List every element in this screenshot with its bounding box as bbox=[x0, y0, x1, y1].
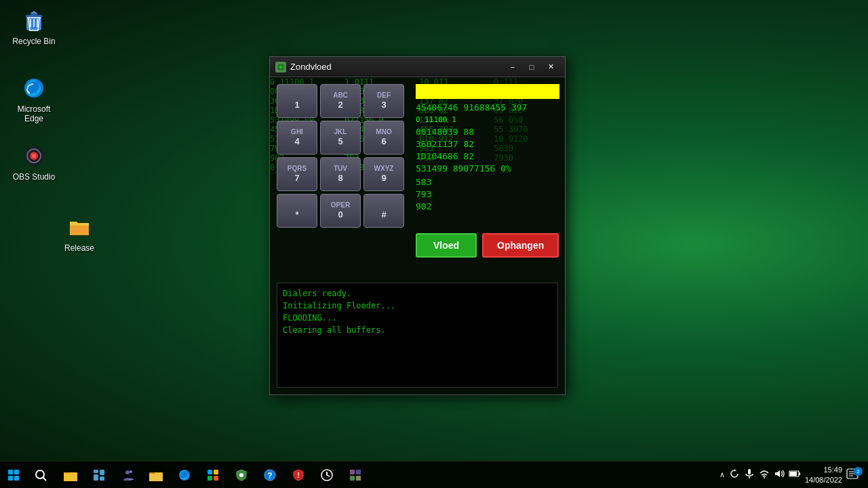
clock-app-button[interactable] bbox=[313, 462, 340, 488]
notification-center[interactable]: 2 bbox=[846, 468, 860, 482]
window-content: 0 11100 100148039360211371D104686531499 … bbox=[270, 77, 565, 394]
search-button[interactable] bbox=[27, 462, 54, 488]
svg-line-19 bbox=[43, 477, 47, 481]
log-line-4: Clearing all buffers. bbox=[283, 324, 552, 336]
action-buttons: Vloed Ophangen bbox=[416, 233, 559, 258]
recycle-bin-icon[interactable]: Recycle Bin bbox=[7, 7, 61, 46]
key-9[interactable]: WXYZ 9 bbox=[363, 157, 404, 191]
svg-rect-31 bbox=[208, 470, 212, 474]
tray-refresh[interactable] bbox=[729, 468, 740, 481]
file-explorer-button[interactable] bbox=[57, 462, 84, 488]
svg-rect-24 bbox=[94, 474, 98, 481]
key-1[interactable]: 1 bbox=[277, 84, 317, 118]
keypad: 1 ABC 2 DEF 3 GHI 4 JKL 5 bbox=[277, 84, 404, 228]
window-icon bbox=[275, 62, 286, 73]
svg-rect-23 bbox=[100, 470, 104, 475]
help-button[interactable]: ? bbox=[256, 462, 283, 488]
number-line-1: 45406746 91688455 397 bbox=[416, 102, 559, 114]
tray-expand[interactable]: ∧ bbox=[719, 470, 725, 479]
taskbar-clock[interactable]: 15:49 14/08/2022 bbox=[805, 465, 842, 485]
key-6[interactable]: MNO 6 bbox=[363, 121, 404, 155]
minimize-button[interactable]: − bbox=[504, 60, 521, 74]
svg-rect-14 bbox=[8, 470, 13, 474]
number-line-5: 1D104686 82 bbox=[416, 150, 559, 163]
svg-rect-34 bbox=[214, 476, 218, 481]
clock-date: 14/08/2022 bbox=[805, 475, 842, 485]
number-line-2: 0 11100 1 bbox=[416, 114, 559, 126]
svg-point-48 bbox=[764, 477, 765, 479]
teams-button[interactable] bbox=[114, 462, 141, 488]
svg-point-26 bbox=[125, 470, 130, 474]
close-button[interactable]: ✕ bbox=[542, 60, 559, 74]
svg-rect-2 bbox=[31, 12, 37, 15]
recycle-bin-label: Recycle Bin bbox=[12, 37, 55, 46]
number-line-8: 793 bbox=[416, 188, 559, 201]
edge-taskbar-button[interactable] bbox=[171, 462, 198, 488]
svg-point-27 bbox=[130, 470, 132, 473]
number-line-4: 36021137 82 bbox=[416, 138, 559, 150]
start-button[interactable] bbox=[0, 462, 27, 488]
key-4[interactable]: GHI 4 bbox=[277, 121, 317, 155]
folder2-button[interactable] bbox=[142, 462, 170, 488]
svg-rect-22 bbox=[94, 470, 98, 473]
number-line-7: 583 bbox=[416, 176, 559, 188]
svg-rect-17 bbox=[14, 476, 19, 481]
number-line-6: 531499 89077156 0% bbox=[416, 163, 559, 175]
key-5[interactable]: JKL 5 bbox=[320, 121, 361, 155]
key-star[interactable]: * bbox=[277, 194, 317, 228]
svg-rect-51 bbox=[790, 472, 797, 476]
svg-rect-43 bbox=[356, 470, 361, 474]
obs-icon[interactable]: OBS Studio bbox=[7, 142, 61, 182]
svg-point-18 bbox=[36, 470, 44, 479]
window-controls: − □ ✕ bbox=[504, 60, 559, 74]
svg-rect-45 bbox=[356, 476, 361, 481]
svg-rect-25 bbox=[100, 476, 104, 481]
security-button[interactable]: ! bbox=[285, 462, 312, 488]
vloed-button[interactable]: Vloed bbox=[416, 233, 477, 258]
app10-button[interactable] bbox=[342, 462, 369, 488]
tray-volume[interactable] bbox=[774, 468, 785, 481]
svg-rect-50 bbox=[799, 472, 800, 475]
notification-count: 2 bbox=[854, 467, 863, 476]
clock-time: 15:49 bbox=[823, 465, 842, 474]
release-folder-icon[interactable]: Release bbox=[52, 214, 106, 253]
store-button[interactable] bbox=[199, 462, 226, 488]
tray-wifi[interactable] bbox=[759, 468, 770, 481]
window-titlebar: Zondvloed − □ ✕ bbox=[270, 57, 565, 77]
log-line-2: Initializing Flooder... bbox=[283, 300, 552, 312]
svg-line-41 bbox=[327, 475, 330, 476]
release-label: Release bbox=[64, 243, 94, 253]
system-tray: ∧ bbox=[711, 465, 868, 485]
key-2[interactable]: ABC 2 bbox=[320, 84, 361, 118]
number-line-9: 902 bbox=[416, 201, 559, 213]
number-line-3: 00148039 88 bbox=[416, 126, 559, 138]
log-line-1: Dialers ready. bbox=[283, 287, 552, 300]
svg-rect-29 bbox=[149, 474, 163, 481]
log-area[interactable]: Dialers ready. Initializing Flooder... F… bbox=[277, 283, 558, 388]
key-hash[interactable]: # bbox=[363, 194, 404, 228]
edge-icon[interactable]: Microsoft Edge bbox=[7, 75, 61, 123]
key-0[interactable]: OPER 0 bbox=[320, 194, 361, 228]
svg-rect-44 bbox=[350, 476, 355, 481]
key-7[interactable]: PQRS 7 bbox=[277, 157, 317, 191]
tray-battery[interactable] bbox=[789, 468, 801, 481]
taskbar: ? ! bbox=[0, 461, 868, 488]
svg-point-10 bbox=[32, 154, 36, 158]
tray-mic[interactable] bbox=[744, 468, 755, 481]
window-title: Zondvloed bbox=[290, 62, 504, 72]
widgets-button[interactable] bbox=[85, 462, 113, 488]
key-8[interactable]: TUV 8 bbox=[320, 157, 361, 191]
svg-rect-32 bbox=[214, 470, 218, 474]
key-3[interactable]: DEF 3 bbox=[363, 84, 404, 118]
vpn-button[interactable] bbox=[228, 462, 255, 488]
svg-rect-21 bbox=[64, 474, 77, 481]
svg-rect-33 bbox=[208, 476, 212, 481]
maximize-button[interactable]: □ bbox=[523, 60, 540, 74]
taskbar-pinned-icons: ? ! bbox=[54, 462, 372, 488]
svg-rect-46 bbox=[748, 469, 751, 474]
svg-point-35 bbox=[239, 473, 243, 477]
desktop: Recycle Bin Microsoft Edge OBS Studio bbox=[0, 0, 868, 488]
zondvloed-window: Zondvloed − □ ✕ 0 11100 1001480393602113… bbox=[269, 56, 566, 395]
number-input-bar bbox=[416, 84, 559, 99]
ophangen-button[interactable]: Ophangen bbox=[482, 233, 559, 258]
